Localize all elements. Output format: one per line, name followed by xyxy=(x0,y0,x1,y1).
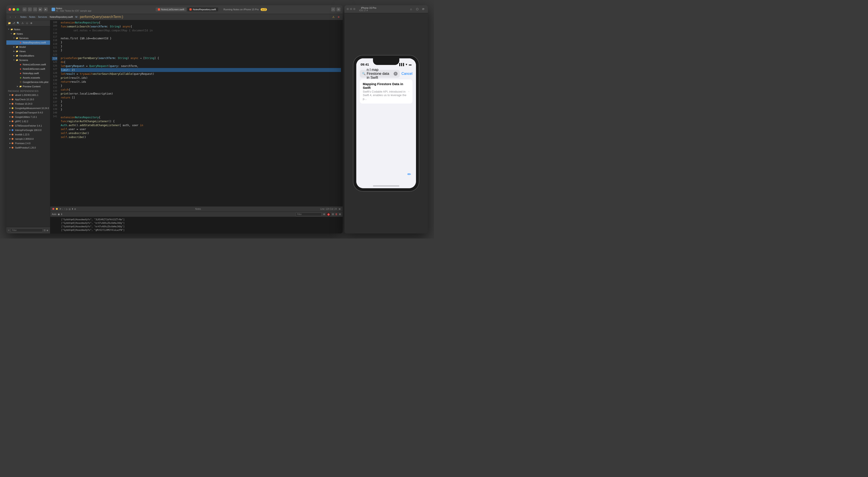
breadcrumb-modified: M xyxy=(75,15,77,18)
sidebar-item-notes-root[interactable]: ▼ 📁 Notes xyxy=(6,27,50,32)
xcode-titlebar: ▭ ‹ › ▶ ■ Notes #1 - Add "Notes for iOS"… xyxy=(6,5,343,14)
sidebar-label-noteslistscreen: NotesListScreen.swift xyxy=(23,63,46,66)
nav-back-button[interactable]: ‹ xyxy=(28,7,32,11)
editor-layout-icon[interactable]: ⊞ xyxy=(339,208,340,210)
play-button[interactable]: ▶ xyxy=(38,7,42,11)
sidebar-item-googleutilities[interactable]: ▶ GoogleUtilities 7.13.1 xyxy=(6,115,50,119)
code-text[interactable]: extension NotesRepository { func semanti… xyxy=(59,20,343,206)
sidebar-item-gtmsessionfetcher[interactable]: ▶ GTMSessionFetcher 3.4.1 xyxy=(6,124,50,128)
chevron-right-icon: ▶ xyxy=(12,50,16,53)
breadcrumb-function[interactable]: performQuery(searchTerm:) xyxy=(80,15,123,19)
simulator-window: iPhone 15 Pro iOS 17.4 ⌂ ⬡ ⟳ 09:41 ▐▐▐ xyxy=(344,5,428,233)
sim-maximize-button[interactable] xyxy=(353,8,355,10)
sidebar-item-notesrepository[interactable]: ◆ NotesRepository.swift xyxy=(6,40,50,45)
search-bar[interactable]: 🔍 n I map Firestone data in Swift × xyxy=(360,70,400,78)
sidebar-item-noteeditscreen[interactable]: ◆ NoteEditScreen.swift xyxy=(6,67,50,71)
sim-home-icon[interactable]: ⌂ xyxy=(409,7,413,11)
sidebar-item-services[interactable]: ▼ 📁 Services xyxy=(6,36,50,40)
console-filter-icon[interactable]: ⊖ xyxy=(323,213,325,216)
sidebar-item-firebase[interactable]: ▶ Firebase 10.24.0 xyxy=(6,102,50,106)
console-info-icon[interactable]: ℹ xyxy=(61,213,62,216)
sidebar-item-interopforgoogle[interactable]: ▶ InteropForGoogle 100.0.0 xyxy=(6,128,50,132)
source-control-icon[interactable]: ⎇ xyxy=(12,21,16,25)
sidebar-item-grpc[interactable]: ▶ gRPC 1.62.2 xyxy=(6,119,50,124)
sidebar-item-viewmodifiers[interactable]: ▶ 📁 ViewModifiers xyxy=(6,54,50,58)
sidebar-item-swiftprotobuf[interactable]: ▶ SwiftProtobuf 1.26.0 xyxy=(6,146,50,150)
sort-icon[interactable]: ◈ xyxy=(46,229,48,231)
compose-button[interactable]: ✏ xyxy=(406,171,412,177)
plus-icon[interactable]: + xyxy=(8,229,9,231)
breadcrumb-notes-folder[interactable]: Notes xyxy=(29,15,36,18)
trash-console-icon[interactable]: 🗑 xyxy=(335,213,338,216)
console-eye-icon[interactable]: ◉ xyxy=(58,213,60,216)
sidebar-item-preview-content[interactable]: ▶ 📁 Preview Content xyxy=(6,84,50,89)
sim-close-button[interactable] xyxy=(347,8,349,10)
share-icon[interactable]: ⬆ xyxy=(71,208,73,210)
sidebar: 📁 ⎇ 🔍 ⚠ ◇ ⊕ ▼ 📁 Notes xyxy=(6,20,50,233)
filter-input[interactable] xyxy=(10,228,43,232)
sim-rotate-icon[interactable]: ⟳ xyxy=(421,7,426,11)
status-pause-indicator xyxy=(56,208,58,210)
step-in-icon[interactable]: ↓ xyxy=(62,208,63,210)
folder-icon[interactable]: 📁 xyxy=(8,21,11,25)
sidebar-item-screens[interactable]: ▼ 📁 Screens xyxy=(6,58,50,62)
code-editor[interactable]: 108 109 110 116 117 118 119 121 122 123 xyxy=(50,20,343,206)
search-result-item[interactable]: Mapping Firestore Data in Swift Swift's … xyxy=(360,80,412,104)
sidebar-item-appcheck[interactable]: ▶ AppCheck 10.19.0 xyxy=(6,97,50,102)
sidebar-item-leveldb[interactable]: ▶ leveldb 1.22.5 xyxy=(6,132,50,137)
step-out-icon[interactable]: ↑ xyxy=(64,208,65,210)
sidebar-item-assets[interactable]: ◉ Assets.xcassets xyxy=(6,75,50,80)
continue-icon[interactable]: ▷ xyxy=(66,208,68,210)
chevron-right-icon: ▶ xyxy=(8,146,12,149)
tab-noteslistscreen[interactable]: NotesListScreen.swift xyxy=(156,7,187,11)
sidebar-item-notes-sub[interactable]: ▼ 📁 Notes xyxy=(6,32,50,36)
sim-minimize-button[interactable] xyxy=(350,8,352,10)
close-button[interactable] xyxy=(8,8,11,11)
sidebar-item-googleservice[interactable]: ☰ GoogleService-Info.plist xyxy=(6,80,50,84)
console-layout-icon[interactable]: ⊞ xyxy=(339,213,341,216)
sidebar-item-abseil[interactable]: ▶ abseil 1.2024011601.1 xyxy=(6,93,50,97)
split-view-button[interactable]: ⧉ xyxy=(337,7,340,11)
back-nav-button[interactable]: ‹ xyxy=(8,15,12,19)
breadcrumb-file[interactable]: NotesRepository.swift xyxy=(50,15,73,18)
sim-screenshot-icon[interactable]: ⬡ xyxy=(415,7,420,11)
sidebar-item-promises[interactable]: ▶ Promises 2.4.0 xyxy=(6,141,50,146)
breakpoint-icon[interactable]: ⊕ xyxy=(30,21,33,25)
debug-panel: Auto ◉ ℹ ⊖ ⬤ ⊟ 🗑 ⊞ ["GybbVqm9jHoaodmwVpY… xyxy=(50,212,343,233)
sidebar-item-googledatatransport[interactable]: ▶ GoogleDataTransport 9.4.0 xyxy=(6,110,50,115)
chevron-down-icon: ▼ xyxy=(10,32,13,35)
filter-options-icon[interactable]: ☰ xyxy=(44,229,46,231)
pkg-label: Firebase 10.24.0 xyxy=(15,102,32,105)
warning-badge[interactable]: ⚠ 2 xyxy=(260,8,267,11)
project-subtitle: #1 - Add "Notes for iOS" sample app xyxy=(56,10,92,12)
sidebar-item-model[interactable]: ▶ 📁 Model xyxy=(6,45,50,49)
sidebar-item-googleappmeasurement[interactable]: ▶ GoogleAppMeasurement 10.24.0 xyxy=(6,106,50,110)
error-icon[interactable]: ⊗ xyxy=(337,15,341,19)
warning-icon[interactable]: ⚠ xyxy=(331,15,336,19)
sidebar-item-views[interactable]: ▶ 📁 Views xyxy=(6,49,50,54)
search-clear-button[interactable]: × xyxy=(394,72,398,76)
trash-icon[interactable]: ⊘ xyxy=(74,208,76,210)
sidebar-item-nanopb[interactable]: ▶ nanopb 2.30910.0 xyxy=(6,137,50,141)
sidebar-item-noteslistscreen[interactable]: ◆ NotesListScreen.swift xyxy=(6,62,50,67)
breadcrumb-notes-project[interactable]: Notes xyxy=(21,15,27,18)
pkg-label: GTMSessionFetcher 3.4.1 xyxy=(15,124,42,127)
console-filter-input[interactable] xyxy=(296,212,322,216)
step-over-icon[interactable]: ⟳ xyxy=(60,208,61,210)
breadcrumb-services[interactable]: Services xyxy=(38,15,47,18)
sidebar-item-notesapp[interactable]: ◆ NotesApp.swift xyxy=(6,71,50,75)
search-cancel-button[interactable]: Cancel xyxy=(402,72,412,76)
minimize-button[interactable] xyxy=(12,8,15,11)
add-button[interactable]: + xyxy=(331,7,335,11)
sidebar-toggle-button[interactable]: ▭ xyxy=(23,7,27,11)
search-icon[interactable]: 🔍 xyxy=(17,21,20,25)
nav-forward-button[interactable]: › xyxy=(33,7,37,11)
warning-list-icon[interactable]: ⚠ xyxy=(21,21,24,25)
test-icon[interactable]: ◇ xyxy=(25,21,29,25)
location-icon[interactable]: ◎ xyxy=(69,208,71,210)
split-icon[interactable]: ⊟ xyxy=(332,213,334,216)
stop-button[interactable]: ■ xyxy=(44,7,48,11)
tab-notesrepository[interactable]: NotesRepository.swift xyxy=(187,7,218,11)
forward-nav-button[interactable]: › xyxy=(13,15,18,19)
maximize-button[interactable] xyxy=(17,8,19,11)
